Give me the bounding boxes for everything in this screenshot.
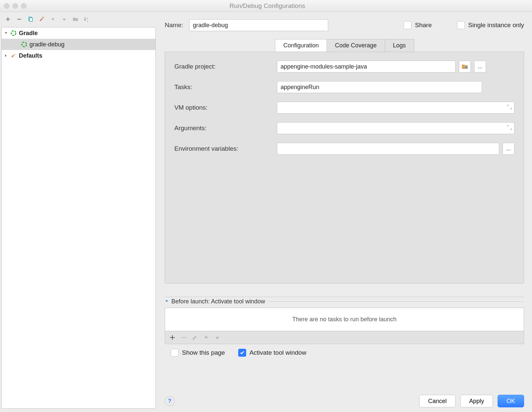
sidebar-toolbar: az <box>0 12 157 26</box>
window-title: Run/Debug Configurations <box>26 2 508 10</box>
add-configuration-button[interactable] <box>3 15 13 24</box>
ok-button[interactable]: OK <box>498 395 524 407</box>
svg-rect-0 <box>17 19 21 20</box>
gradle-project-picker-button[interactable] <box>459 61 471 73</box>
move-task-up-button[interactable] <box>203 334 209 341</box>
zoom-window-icon[interactable] <box>21 3 26 9</box>
tab-logs[interactable]: Logs <box>385 39 414 52</box>
edit-task-button[interactable] <box>192 334 198 341</box>
svg-point-6 <box>11 31 16 35</box>
activate-tool-window-checkbox[interactable]: Activate tool window <box>238 349 306 357</box>
expand-caret-right-icon[interactable] <box>4 54 8 58</box>
before-launch-section: Before launch: Activate tool window Ther… <box>165 297 524 344</box>
checkbox-icon <box>457 21 465 29</box>
gradle-icon <box>10 30 17 36</box>
edit-defaults-button[interactable] <box>37 15 46 24</box>
name-label: Name: <box>165 22 183 29</box>
remove-task-button[interactable] <box>180 334 187 341</box>
expand-editor-icon[interactable] <box>507 104 512 111</box>
config-tabs: Configuration Code Coverage Logs <box>275 39 414 52</box>
svg-point-7 <box>22 42 26 47</box>
env-variables-input[interactable] <box>277 143 499 155</box>
tree-node-defaults[interactable]: Defaults <box>2 50 155 61</box>
tab-code-coverage[interactable]: Code Coverage <box>327 39 385 52</box>
vm-options-label: VM options: <box>174 104 277 111</box>
svg-text:z: z <box>87 20 88 23</box>
help-button[interactable]: ? <box>165 396 175 406</box>
move-task-down-button[interactable] <box>214 334 221 341</box>
gradle-icon <box>21 41 27 48</box>
gradle-project-browse-button[interactable]: ... <box>474 61 486 73</box>
before-launch-header: Before launch: Activate tool window <box>171 298 265 305</box>
gradle-project-input[interactable] <box>277 61 456 73</box>
vm-options-input[interactable] <box>277 102 514 114</box>
configuration-tab-panel: Gradle project: ... Tasks: VM options: <box>165 52 524 283</box>
tasks-input[interactable] <box>277 81 482 93</box>
expand-editor-icon[interactable] <box>507 125 512 131</box>
svg-rect-2 <box>30 18 32 22</box>
move-down-button[interactable] <box>60 15 69 24</box>
checkbox-icon <box>404 21 412 29</box>
tree-node-gradle[interactable]: Gradle <box>2 27 155 39</box>
checkbox-checked-icon <box>238 349 246 357</box>
tree-node-gradle-debug[interactable]: gradle-debug <box>2 39 155 50</box>
sort-alpha-button[interactable]: az <box>82 15 91 24</box>
activate-tool-window-label: Activate tool window <box>249 349 306 356</box>
arguments-label: Arguments: <box>174 125 277 132</box>
folder-button[interactable] <box>71 15 80 24</box>
configuration-panel: Name: Share Single instance only Configu… <box>159 12 532 412</box>
divider <box>268 301 524 302</box>
section-toggle-icon[interactable] <box>165 298 169 305</box>
single-instance-label: Single instance only <box>468 22 524 29</box>
remove-configuration-button[interactable] <box>15 15 24 24</box>
show-this-page-label: Show this page <box>182 349 225 356</box>
svg-point-3 <box>42 17 44 19</box>
dialog-footer: ? Cancel Apply OK <box>165 391 524 407</box>
show-this-page-checkbox[interactable]: Show this page <box>171 349 225 357</box>
move-up-button[interactable] <box>48 15 58 24</box>
single-instance-checkbox[interactable]: Single instance only <box>457 21 524 29</box>
tree-node-label: Gradle <box>19 30 38 37</box>
tab-configuration[interactable]: Configuration <box>275 39 327 52</box>
svg-rect-9 <box>181 337 186 338</box>
name-input[interactable] <box>189 19 328 31</box>
tree-node-label: gradle-debug <box>29 41 65 48</box>
gradle-project-label: Gradle project: <box>174 63 277 70</box>
before-launch-tasks-list[interactable]: There are no tasks to run before launch <box>165 308 524 331</box>
close-window-icon[interactable] <box>4 3 9 9</box>
arguments-input[interactable] <box>277 122 514 134</box>
copy-configuration-button[interactable] <box>26 15 35 24</box>
cancel-button[interactable]: Cancel <box>419 395 456 407</box>
add-task-button[interactable] <box>169 334 176 341</box>
titlebar: Run/Debug Configurations <box>0 0 532 12</box>
expand-caret-down-icon[interactable] <box>4 31 8 35</box>
env-variables-browse-button[interactable]: ... <box>503 143 514 155</box>
configurations-sidebar: az Gradle gradle-debug Defaults <box>0 12 159 412</box>
before-launch-empty-text: There are no tasks to run before launch <box>292 316 396 323</box>
configurations-tree[interactable]: Gradle gradle-debug Defaults <box>1 27 156 409</box>
tasks-label: Tasks: <box>174 83 277 91</box>
wrench-icon <box>10 52 17 59</box>
share-checkbox[interactable]: Share <box>404 21 432 29</box>
env-variables-label: Environment variables: <box>174 145 277 152</box>
svg-rect-8 <box>465 67 467 69</box>
checkbox-icon <box>171 349 179 357</box>
tree-node-label: Defaults <box>19 52 42 59</box>
share-label: Share <box>415 22 432 29</box>
before-launch-toolbar <box>165 331 524 344</box>
folder-registered-icon <box>462 63 468 70</box>
apply-button[interactable]: Apply <box>460 395 493 407</box>
minimize-window-icon[interactable] <box>13 3 18 9</box>
window-traffic-lights <box>4 3 26 9</box>
